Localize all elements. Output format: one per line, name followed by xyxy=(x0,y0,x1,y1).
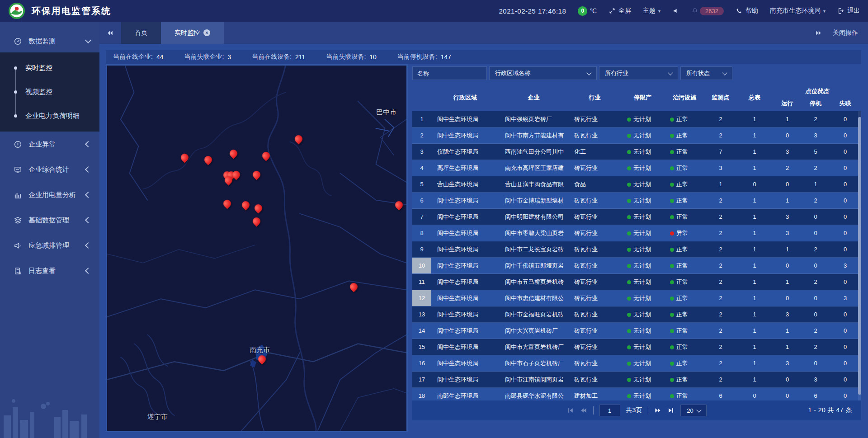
cell-stop: 3 xyxy=(802,132,829,139)
tabbar-actions: 关闭操作 xyxy=(815,22,868,44)
name-filter-input[interactable] xyxy=(412,66,487,80)
table-row[interactable]: 18南部生态环境局南部县砚华水泥有限公建材加工无计划正常60060 xyxy=(412,388,861,400)
sidebar-subitem-3[interactable]: 企业电力负荷明细 xyxy=(0,104,99,128)
sidebar-item-3[interactable]: 企业综合统计 xyxy=(0,157,99,182)
table-row[interactable]: 4高坪生态环境局南充市高坪区王家店建砖瓦行业无计划正常31220 xyxy=(412,160,861,176)
first-page-button[interactable] xyxy=(567,407,574,414)
industry-filter-select[interactable]: 所有行业 xyxy=(599,66,678,80)
sidebar-item-6[interactable]: 应急减排管理 xyxy=(0,233,99,258)
table-row[interactable]: 2阆中生态环境局阆中市南方节能建材有砖瓦行业无计划正常21030 xyxy=(412,127,861,144)
status-dot-green xyxy=(670,166,674,170)
cell-total: 1 xyxy=(736,344,773,350)
tab-realtime-monitor[interactable]: 实时监控 × xyxy=(161,22,224,44)
cell-run: 2 xyxy=(773,165,802,171)
status-dot-green xyxy=(670,248,674,252)
status-filter-select[interactable]: 所有状态 xyxy=(680,66,732,80)
status-dot-green xyxy=(627,231,631,235)
page-number-input[interactable] xyxy=(599,405,620,416)
status-dot-green xyxy=(670,313,674,317)
tab-home[interactable]: 首页 xyxy=(121,22,161,44)
sidebar-item-2[interactable]: 企业异常 xyxy=(0,132,99,157)
table-row[interactable]: 9阆中生态环境局阆中市二龙长宝页岩砖砖瓦行业无计划正常21120 xyxy=(412,241,861,258)
table-scrollbar[interactable] xyxy=(858,111,861,400)
cell-monitor: 2 xyxy=(705,311,736,318)
main-content: 当前在线企业:44当前失联企业:3当前在线设备:211当前失联设备:10当前停机… xyxy=(99,44,868,438)
table-row[interactable]: 7阆中生态环境局阆中明阳建材有限公司砖瓦行业无计划正常21300 xyxy=(412,209,861,225)
sidebar-item-label: 日志查看 xyxy=(28,267,86,275)
cell-lost: 0 xyxy=(829,344,861,350)
scrollbar-thumb[interactable] xyxy=(858,117,861,395)
prev-page-button[interactable] xyxy=(580,407,587,414)
sidebar-subitem-1[interactable]: 实时监控 xyxy=(0,56,99,80)
scroll-tabs-left-button[interactable] xyxy=(99,22,121,44)
scroll-tabs-right-button[interactable] xyxy=(815,29,822,37)
sidebar-item-7[interactable]: 日志查看 xyxy=(0,258,99,283)
table-row[interactable]: 11阆中生态环境局阆中市五马桥页岩机砖砖瓦行业无计划正常21120 xyxy=(412,274,861,290)
cell-lost: 0 xyxy=(829,327,861,334)
cell-facility: 正常 xyxy=(664,278,705,286)
cell-industry: 食品 xyxy=(568,180,621,188)
cell-stop: 6 xyxy=(802,392,829,399)
cell-company: 南充市高坪区王家店建 xyxy=(499,164,568,172)
help-label: 帮助 xyxy=(745,7,758,15)
page-size-value: 20 xyxy=(687,407,693,414)
table-row[interactable]: 17阆中生态环境局阆中市江南镇阆南页岩砖瓦行业无计划正常21030 xyxy=(412,372,861,388)
cell-total: 1 xyxy=(736,327,773,334)
top-header: 环保用电监管系统 2021-02-25 17:46:18 0 ℃ 全屏 主题▾ … xyxy=(0,0,868,22)
help-button[interactable]: 帮助 xyxy=(736,7,758,15)
cell-monitor: 2 xyxy=(705,327,736,334)
fullscreen-button[interactable]: 全屏 xyxy=(609,7,631,15)
table-row[interactable]: 13阆中生态环境局阆中市金福旺页岩机砖砖瓦行业无计划正常21300 xyxy=(412,306,861,323)
table-row[interactable]: 14阆中生态环境局阆中大兴页岩机砖厂砖瓦行业无计划正常21120 xyxy=(412,323,861,339)
table-row[interactable]: 16阆中生态环境局阆中市石子页岩机砖厂砖瓦行业无计划正常21300 xyxy=(412,355,861,372)
table-row[interactable]: 12阆中生态环境局阆中市忠信建材有限公砖瓦行业无计划正常21003 xyxy=(412,290,861,306)
sidebar-item-4[interactable]: 企业用电量分析 xyxy=(0,182,99,207)
cell-facility: 正常 xyxy=(664,294,705,302)
table-row[interactable]: 3仪陇生态环境局西南油气田分公司川中化工无计划正常71350 xyxy=(412,144,861,160)
table-row[interactable]: 10阆中生态环境局阆中千佛镇五郎垭页岩砖瓦行业无计划正常21003 xyxy=(412,258,861,274)
logout-button[interactable]: 退出 xyxy=(837,7,860,15)
cell-company: 阆中市石子页岩机砖厂 xyxy=(499,359,568,367)
table-row[interactable]: 5营山生态环境局营山县润丰肉食品有限食品无计划正常10010 xyxy=(412,176,861,193)
sidebar-item-1[interactable]: 数据监测 xyxy=(0,30,99,52)
region-filter-select[interactable]: 行政区域名称 xyxy=(489,66,597,80)
header-point-status-group: 点位状态 运行 停机 失联 xyxy=(773,84,861,111)
cell-row-number: 1 xyxy=(412,111,431,127)
cell-stop: 2 xyxy=(802,197,829,204)
notifications[interactable]: 2632 xyxy=(691,7,724,15)
next-page-button[interactable] xyxy=(654,407,661,414)
pagination-controls: 共3页 20 xyxy=(412,405,861,416)
sidebar: 数据监测实时监控视频监控企业电力负荷明细企业异常企业综合统计企业用电量分析基础数… xyxy=(0,22,99,438)
map[interactable] xyxy=(107,66,406,431)
table-row[interactable]: 1阆中生态环境局阆中强锐页岩砖厂砖瓦行业无计划正常21120 xyxy=(412,111,861,127)
cell-plan: 无计划 xyxy=(621,359,664,367)
table-row[interactable]: 15阆中生态环境局阆中市光富页岩机砖厂砖瓦行业无计划正常21120 xyxy=(412,339,861,355)
page-size-select[interactable]: 20 xyxy=(680,405,707,416)
close-tab-icon[interactable]: × xyxy=(203,29,210,36)
stat-label: 当前在线企业: xyxy=(113,53,153,61)
close-operations-button[interactable]: 关闭操作 xyxy=(833,29,858,37)
status-dot-green xyxy=(670,264,674,268)
cell-monitor: 2 xyxy=(705,278,736,285)
table-row[interactable]: 8阆中生态环境局阆中市枣碧大梁山页岩砖瓦行业无计划异常21300 xyxy=(412,225,861,241)
status-dot-green xyxy=(627,362,631,366)
cell-industry: 砖瓦行业 xyxy=(568,229,621,237)
table-row[interactable]: 6阆中生态环境局阆中市金博瑞新型墙材砖瓦行业无计划正常21120 xyxy=(412,193,861,209)
cell-company: 阆中大兴页岩机砖厂 xyxy=(499,327,568,335)
cell-lost: 0 xyxy=(829,311,861,318)
org-selector[interactable]: 南充市生态环境局▾ xyxy=(770,7,826,15)
volume-button[interactable] xyxy=(672,7,679,14)
speaker-icon xyxy=(672,7,679,14)
cell-monitor: 2 xyxy=(705,230,736,236)
cell-region: 阆中生态环境局 xyxy=(431,132,499,140)
sidebar-item-5[interactable]: 基础数据管理 xyxy=(0,207,99,233)
cell-monitor: 2 xyxy=(705,295,736,301)
sidebar-submenu: 实时监控视频监控企业电力负荷明细 xyxy=(0,52,99,132)
theme-button[interactable]: 主题▾ xyxy=(643,7,660,15)
cell-run: 1 xyxy=(773,327,802,334)
cell-stop: 0 xyxy=(802,295,829,301)
cell-facility: 正常 xyxy=(664,213,705,221)
last-page-button[interactable] xyxy=(667,407,675,414)
sidebar-subitem-2[interactable]: 视频监控 xyxy=(0,80,99,104)
status-dot-green xyxy=(670,215,674,219)
